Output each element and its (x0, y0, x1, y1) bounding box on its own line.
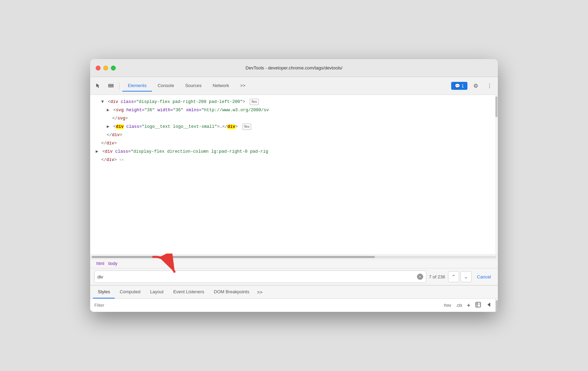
scrollbar-thumb[interactable] (495, 96, 497, 117)
dom-line[interactable]: <div class="logo__text logo__text-small"… (90, 123, 498, 131)
filter-input[interactable] (94, 303, 439, 308)
notifications-button[interactable]: 💬 1 (451, 82, 467, 90)
dom-line[interactable]: </div> (90, 131, 498, 139)
styles-tabs-more[interactable]: >> (254, 287, 265, 298)
clear-icon: × (419, 275, 421, 279)
filter-bar: :hov .cls + (90, 299, 498, 312)
maximize-button[interactable] (111, 66, 116, 70)
dom-panel: <div class="display-flex pad-right-200 p… (90, 95, 498, 255)
cls-button[interactable]: .cls (455, 302, 464, 308)
filter-actions: :hov .cls + (442, 301, 494, 310)
styles-tabs: Styles Computed Layout Event Listeners D… (90, 286, 498, 299)
close-button[interactable] (96, 66, 101, 70)
hscroll-track (92, 256, 496, 258)
tab-layout[interactable]: Layout (145, 286, 168, 298)
dom-line[interactable]: <svg height="36" width="36" xmlns="http:… (90, 106, 498, 114)
search-next-button[interactable]: ⌄ (461, 271, 472, 282)
svg-marker-6 (487, 303, 490, 307)
hscroll-thumb[interactable] (92, 256, 375, 258)
svg-rect-1 (108, 86, 113, 87)
toolbar-right: 💬 1 ⚙ ⋮ (451, 80, 495, 92)
flex-badge[interactable]: flex (243, 124, 252, 130)
search-bar: × 7 of 236 ⌃ ⌄ Cancel (90, 268, 498, 285)
chat-icon: 💬 (455, 83, 460, 88)
horizontal-scrollbar[interactable] (90, 255, 498, 259)
dom-line[interactable]: </div> (90, 139, 498, 148)
breadcrumb-html[interactable]: html (94, 260, 106, 267)
traffic-lights (96, 66, 116, 70)
styles-panel: Styles Computed Layout Event Listeners D… (90, 285, 498, 312)
search-cancel-button[interactable]: Cancel (474, 274, 494, 279)
tab-styles[interactable]: Styles (93, 286, 115, 298)
breadcrumb-bar: html body (90, 259, 498, 268)
breadcrumb-body[interactable]: body (106, 260, 120, 267)
devtools-window: DevTools - developer.chrome.com/tags/dev… (90, 59, 498, 312)
tab-console[interactable]: Console (152, 80, 180, 92)
dom-line[interactable]: </svg> (90, 114, 498, 123)
tab-sources[interactable]: Sources (180, 80, 207, 92)
dom-line[interactable]: <div class="display-flex pad-right-200 p… (90, 98, 498, 106)
inspect-icon[interactable] (93, 80, 104, 92)
triangle-icon[interactable] (101, 99, 104, 104)
main-toolbar: Elements Console Sources Network >> 💬 1 … (90, 77, 498, 95)
hov-button[interactable]: :hov (442, 302, 453, 308)
triangle-icon[interactable] (96, 149, 98, 154)
tab-elements[interactable]: Elements (122, 80, 152, 92)
breadcrumb-container: html body (90, 259, 498, 268)
right-scrollbar-thumb[interactable] (496, 300, 498, 312)
search-input-wrapper: × (94, 270, 426, 283)
svg-rect-3 (476, 302, 481, 307)
toggle-icon[interactable] (474, 301, 483, 310)
search-prev-button[interactable]: ⌃ (448, 271, 459, 282)
minimize-button[interactable] (103, 66, 108, 70)
title-bar: DevTools - developer.chrome.com/tags/dev… (90, 59, 498, 77)
search-input[interactable] (97, 274, 417, 279)
settings-icon[interactable]: ⚙ (470, 80, 481, 92)
tab-computed[interactable]: Computed (115, 286, 145, 298)
right-scrollbar[interactable] (495, 299, 498, 312)
search-clear-button[interactable]: × (417, 274, 423, 280)
toolbar-separator (119, 83, 120, 89)
tab-network[interactable]: Network (207, 80, 235, 92)
flex-badge[interactable]: flex (250, 99, 259, 105)
search-count: 7 of 236 (429, 274, 445, 279)
dom-line[interactable]: </div> << (90, 156, 498, 164)
vertical-scrollbar[interactable] (495, 95, 498, 255)
triangle-icon[interactable] (107, 124, 110, 129)
triangle-icon[interactable] (107, 108, 110, 113)
tab-event-listeners[interactable]: Event Listeners (168, 286, 209, 298)
svg-rect-0 (108, 84, 113, 85)
window-title: DevTools - developer.chrome.com/tags/dev… (246, 65, 342, 70)
dom-line[interactable]: <div class="display-flex direction-colum… (90, 148, 498, 156)
add-style-button[interactable]: + (466, 302, 472, 309)
tab-dom-breakpoints[interactable]: DOM Breakpoints (209, 286, 254, 298)
search-navigation: ⌃ ⌄ (448, 271, 472, 282)
more-options-icon[interactable]: ⋮ (484, 80, 495, 92)
toolbar-tabs: Elements Console Sources Network >> (122, 80, 450, 92)
layers-icon[interactable] (105, 80, 116, 92)
tab-more[interactable]: >> (235, 80, 251, 92)
devtools-container: Elements Console Sources Network >> 💬 1 … (90, 77, 498, 312)
badge-count: 1 (462, 83, 464, 88)
collapse-icon[interactable] (485, 301, 494, 310)
